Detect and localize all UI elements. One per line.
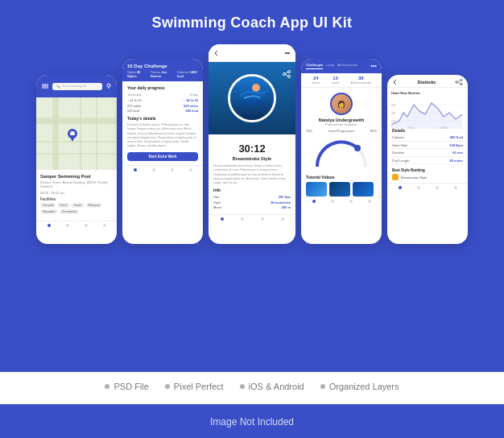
meter-row: Meter 200 m — [213, 205, 291, 209]
share-icon[interactable] — [283, 67, 291, 81]
back-icon[interactable] — [392, 79, 399, 85]
phone-athlete: Challenges Level Achievements 24 Score 1… — [301, 59, 382, 244]
svg-point-31 — [354, 145, 361, 151]
phone3-nav — [209, 214, 295, 223]
tutorial-images — [306, 182, 377, 196]
chart-area: Heart Rate Monitor 500 400 200 700ms — [387, 88, 468, 128]
start-extra-work-button[interactable]: Start Extra Work — [127, 152, 198, 161]
nav5-search-dot — [417, 186, 420, 189]
best-style-title: Best Style Ranking — [392, 168, 463, 172]
duration-value: 60 min — [452, 151, 463, 155]
prog-val-3a: 500 kcal — [127, 109, 139, 113]
nav-profile-dot — [85, 224, 88, 227]
heart-rate-chart: 500 400 200 700ms 1400ms — [391, 97, 462, 129]
challenge-tabs: Challenges Level Achievements — [306, 63, 357, 69]
swimmer-svg — [232, 78, 272, 118]
progress-header: Yesterday Today — [127, 93, 198, 97]
nav3-settings-dot — [281, 217, 284, 221]
score-label-2: Level — [332, 81, 340, 85]
svg-point-32 — [461, 79, 462, 81]
svg-rect-13 — [52, 97, 59, 170]
tab-level[interactable]: Level — [326, 63, 334, 69]
style-info-label: Style — [213, 200, 221, 205]
tutorial-section: Tutorial Videos — [301, 175, 382, 196]
feature-dot-layers — [320, 384, 325, 389]
nav-search-dot — [66, 224, 69, 227]
feature-dot-pixel — [165, 384, 170, 389]
today-details-title: Today's details — [127, 116, 198, 121]
svg-point-3 — [107, 84, 110, 87]
challenge-title: 10 Day Challenge — [127, 64, 198, 68]
tag-event[interactable]: Event — [57, 203, 69, 208]
prog-row-2: 475 miles 500 miles — [127, 104, 198, 108]
detail-pool: Pool Length 80 meter — [392, 159, 463, 165]
style-name: Breaststroke Style — [213, 156, 291, 161]
svg-point-33 — [456, 81, 457, 83]
pool-length-label: Pool Length — [392, 159, 409, 163]
phone-swimmer: 30:12 Breaststroke Style Viverra malesua… — [209, 44, 295, 244]
share-stats-icon[interactable] — [455, 79, 463, 85]
heartrate-value: 128 Bpm — [449, 143, 463, 147]
tab-challenges[interactable]: Challenges — [306, 63, 323, 69]
score-row: 24 Score 10 Level 38 Achievements — [301, 73, 382, 88]
tab-achievements[interactable]: Achievements — [337, 63, 357, 69]
nav2-home-dot — [134, 168, 137, 171]
detail-heartrate: Heart Rate 128 Bpm — [392, 143, 463, 150]
profile-section: 👩 Natalya Undergrewith Professional Swim… — [301, 88, 382, 129]
phone4-header: Challenges Level Achievements — [301, 59, 382, 73]
feature-layers: Organized Layers — [320, 382, 399, 391]
back-arrow-icon[interactable] — [213, 50, 220, 56]
feature-psd: PSD File — [105, 382, 148, 391]
tag-coach[interactable]: Coach — [71, 203, 84, 208]
svg-point-29 — [373, 65, 374, 67]
tag-education[interactable]: Education — [40, 209, 58, 214]
prog-row-1: ↓ 12 hr 10 ↑ 14 hr 16 — [127, 98, 198, 102]
facility-tags: Car park Event Coach Kids pool Education… — [40, 203, 113, 214]
search-bar[interactable]: 🔍 Search swimming pool — [52, 83, 102, 90]
level-arc-svg — [313, 136, 370, 168]
level-start-label: 70% — [306, 129, 312, 133]
svg-marker-40 — [391, 103, 462, 129]
feature-label-ios: iOS & Android — [249, 382, 304, 391]
prog-val-3b: 600 kcal — [185, 109, 198, 113]
tut-img-2[interactable] — [329, 182, 350, 196]
level-end-label: 85% — [370, 129, 377, 133]
facilities-label: Facilities — [40, 197, 113, 201]
svg-text:400: 400 — [391, 112, 395, 115]
svg-line-26 — [285, 72, 288, 74]
tut-img-3[interactable] — [353, 182, 374, 196]
score-label-3: Achievements — [351, 81, 371, 85]
timer-display: 30:12 — [213, 143, 291, 155]
svg-point-24 — [283, 73, 286, 76]
prog-val-2b: 500 miles — [184, 104, 198, 108]
nav4-search-dot — [331, 200, 334, 203]
svg-point-34 — [461, 83, 462, 85]
phone4-more-icon[interactable] — [370, 63, 377, 69]
nav5-settings-dot — [454, 186, 457, 189]
style-row: Style Breaststroke — [213, 200, 291, 205]
calories-label: Calories — [392, 135, 404, 139]
today-label: Today — [189, 93, 198, 97]
tag-kidspool[interactable]: Kids pool — [86, 203, 102, 208]
level-labels: 70% Level Progression 85% — [306, 129, 377, 133]
more-icon[interactable] — [284, 50, 291, 56]
nav-home-dot — [48, 224, 51, 227]
score-item-1: 24 Score — [312, 76, 320, 85]
footer-section: Image Not Included — [0, 404, 504, 438]
tag-tournament[interactable]: Tournament — [60, 209, 79, 214]
tut-img-1[interactable] — [306, 182, 327, 196]
phone-statistic: Statistic Heart Rate Monitor — [387, 75, 468, 244]
menu-icon — [41, 83, 49, 89]
chart-title: Heart Rate Monitor — [391, 91, 464, 95]
phone2-nav — [122, 165, 203, 174]
phones-row: 🔍 Search swimming pool — [36, 44, 468, 244]
tag-carpark[interactable]: Car park — [40, 203, 56, 208]
phone5-nav — [387, 183, 468, 192]
level-arc — [306, 136, 377, 168]
yesterday-label: Yesterday — [127, 93, 142, 97]
best-style-item: Breaststroke Style — [392, 174, 463, 180]
phone1-nav — [36, 221, 117, 229]
level-label: Level Progression — [328, 129, 354, 133]
page-title: Swimming Coach App UI Kit — [152, 14, 353, 31]
calories-value: 400 Kcal — [450, 135, 463, 139]
